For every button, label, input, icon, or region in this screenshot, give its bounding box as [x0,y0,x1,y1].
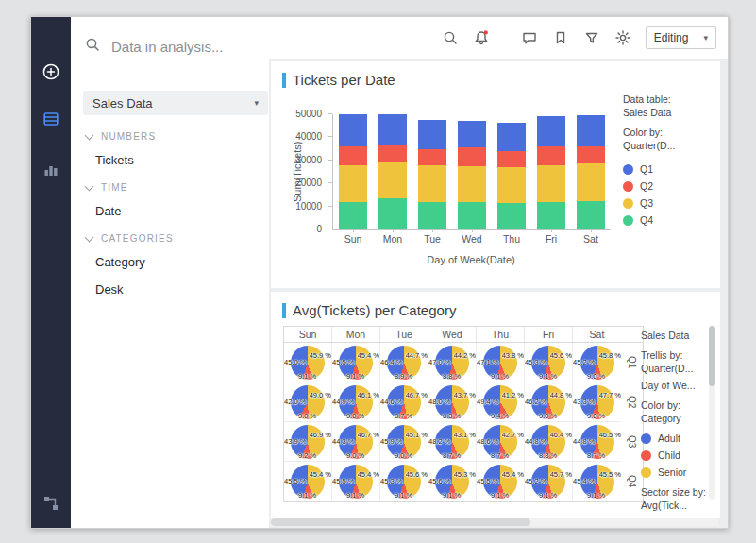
comments-icon[interactable] [521,29,538,46]
bar-sat[interactable] [577,115,605,229]
bar-segment-q1[interactable] [339,114,367,146]
trellis-cell-q3-mon[interactable]: 44.3 %46.7 %9.0 % [332,422,380,462]
settings-gear-icon[interactable] [614,29,631,46]
bar-segment-q4[interactable] [339,202,367,229]
bar-segment-q1[interactable] [418,120,446,149]
trellis-cell-q2-fri[interactable]: 46.2 %44.8 %9.0 % [525,382,573,422]
trellis-cell-q4-mon[interactable]: 45.5 %45.4 %9.1 % [332,462,380,501]
bar-segment-q4[interactable] [497,203,526,229]
bar-segment-q1[interactable] [378,114,407,145]
trellis-cell-q3-tue[interactable]: 45.9 %45.1 %9.0 % [380,422,428,462]
bar-tue[interactable] [418,120,446,229]
trellis-cell-q4-sun[interactable]: 45.5 %45.4 %9.1 % [284,462,332,501]
bar-segment-q1[interactable] [497,123,526,152]
trellis-cell-q3-fri[interactable]: 44.8 %46.4 %8.8 % [525,422,573,462]
bar-sun[interactable] [339,114,367,229]
legend-item-adult[interactable]: Adult [641,430,716,447]
bar-segment-q1[interactable] [577,115,605,146]
bar-segment-q4[interactable] [577,201,605,230]
data-field-category[interactable]: Category [71,248,269,276]
data-table-selector[interactable]: Sales Data ▾ [83,91,268,115]
legend-text: Quarter(D... [641,362,716,375]
data-field-desk[interactable]: Desk [71,276,269,303]
scrollbar-thumb[interactable] [709,326,715,386]
notifications-bell-icon[interactable] [473,29,490,46]
bar-segment-q3[interactable] [339,165,367,202]
bar-segment-q1[interactable] [458,121,486,147]
add-visualization-icon[interactable] [42,62,60,81]
bar-segment-q3[interactable] [418,165,446,202]
data-section-categories[interactable]: CATEGORIES [71,225,269,248]
trellis-cell-q3-sun[interactable]: 43.9 %46.9 %9.2 % [284,422,332,462]
bar-segment-q4[interactable] [378,198,407,229]
bar-segment-q2[interactable] [339,146,367,165]
trellis-cell-q2-sat[interactable]: 43.3 %47.7 %9.0 % [573,382,621,422]
editing-mode-dropdown[interactable]: Editing ▾ [646,26,716,49]
legend-item-q1[interactable]: Q1 [623,161,717,178]
bar-segment-q2[interactable] [537,146,565,165]
trellis-cell-q2-sun[interactable]: 42.0 %49.0 %9.0 % [284,382,332,422]
trellis-cell-q3-sat[interactable]: 44.8 %46.5 %8.7 % [573,422,621,462]
legend-item-q2[interactable]: Q2 [623,178,717,195]
trellis-cell-q2-mon[interactable]: 44.9 %46.1 %9.0 % [332,382,380,422]
bar-wed[interactable] [458,121,486,229]
bar-segment-q2[interactable] [458,147,486,166]
data-field-date[interactable]: Date [71,197,269,225]
bar-segment-q3[interactable] [378,162,407,198]
trellis-cell-q4-sat[interactable]: 45.4 %45.5 %9.1 % [573,462,621,501]
trellis-cell-q4-tue[interactable]: 45.3 %45.6 %9.1 % [380,462,428,501]
trellis-cell-q1-thu[interactable]: 47.1 %43.8 %9.1 % [477,343,525,382]
horizontal-scrollbar[interactable] [271,518,718,526]
pie-trellis-panel[interactable]: Avg(Tickets) per Category SunMonTueWedTh… [271,292,720,518]
data-in-analysis-icon[interactable] [42,110,60,128]
filters-icon[interactable] [583,29,600,46]
data-section-numbers[interactable]: NUMBERS [71,123,269,146]
pie-label-adult: 45.2 % [525,477,546,485]
bar-chart-panel[interactable]: Tickets per Date Sum(Tickets) 0100002000… [271,61,720,288]
bar-segment-q2[interactable] [577,146,605,163]
trellis-cell-q4-fri[interactable]: 45.2 %45.7 %9.1 % [525,462,573,501]
trellis-cell-q1-sun[interactable]: 45.0 %45.9 %9.1 % [284,343,332,382]
bar-segment-q4[interactable] [537,202,565,229]
trellis-cell-q1-sat[interactable]: 45.2 %45.8 %9.0 % [573,343,621,382]
bar-mon[interactable] [378,114,407,229]
scrollbar-thumb[interactable] [271,518,530,526]
bar-segment-q2[interactable] [378,145,407,162]
data-section-time[interactable]: TIME [71,174,269,197]
trellis-cell-q3-thu[interactable]: 48.6 %42.7 %8.7 % [477,422,525,462]
bar-fri[interactable] [537,116,565,229]
visualization-types-icon[interactable] [42,161,60,179]
data-search-input[interactable]: Data in analysis... [84,34,223,59]
trellis-cell-q2-thu[interactable]: 49.4 %41.2 %9.4 % [477,382,525,422]
trellis-cell-q4-thu[interactable]: 45.5 %45.4 %9.1 % [477,462,525,501]
bar-segment-q4[interactable] [458,202,486,229]
legend-item-q3[interactable]: Q3 [623,195,717,212]
trellis-cell-q2-tue[interactable]: 44.6 %46.7 %8.7 % [380,382,428,422]
bar-segment-q1[interactable] [537,116,565,146]
bar-segment-q3[interactable] [577,163,605,200]
bar-segment-q3[interactable] [458,166,486,202]
data-field-tickets[interactable]: Tickets [71,146,269,174]
x-tick-mark [472,229,473,232]
data-relations-icon[interactable] [42,494,60,513]
legend-scrollbar[interactable] [709,326,715,500]
trellis-cell-q1-fri[interactable]: 45.3 %45.6 %9.1 % [525,343,573,382]
trellis-cell-q3-wed[interactable]: 48.2 %43.1 %8.7 % [428,422,477,462]
bar-thu[interactable] [497,123,526,229]
legend-item-child[interactable]: Child [641,447,716,464]
bar-segment-q2[interactable] [418,149,446,165]
legend-item-q4[interactable]: Q4 [623,212,717,229]
search-icon[interactable] [442,29,459,46]
trellis-cell-q1-tue[interactable]: 46.4 %44.7 %8.9 % [380,343,428,382]
section-label: NUMBERS [101,131,156,142]
trellis-cell-q2-wed[interactable]: 48.0 %43.7 %8.3 % [428,382,477,422]
trellis-cell-q1-wed[interactable]: 47.0 %44.2 %8.8 % [428,343,477,382]
bar-segment-q3[interactable] [497,167,526,203]
bar-segment-q3[interactable] [537,165,565,202]
legend-item-senior[interactable]: Senior [641,464,716,481]
bar-segment-q2[interactable] [497,151,526,167]
trellis-cell-q1-mon[interactable]: 45.5 %45.4 %9.1 % [332,343,380,382]
trellis-cell-q4-wed[interactable]: 45.6 %45.3 %9.1 % [428,462,477,501]
bar-segment-q4[interactable] [418,202,446,229]
bookmarks-icon[interactable] [552,29,569,46]
